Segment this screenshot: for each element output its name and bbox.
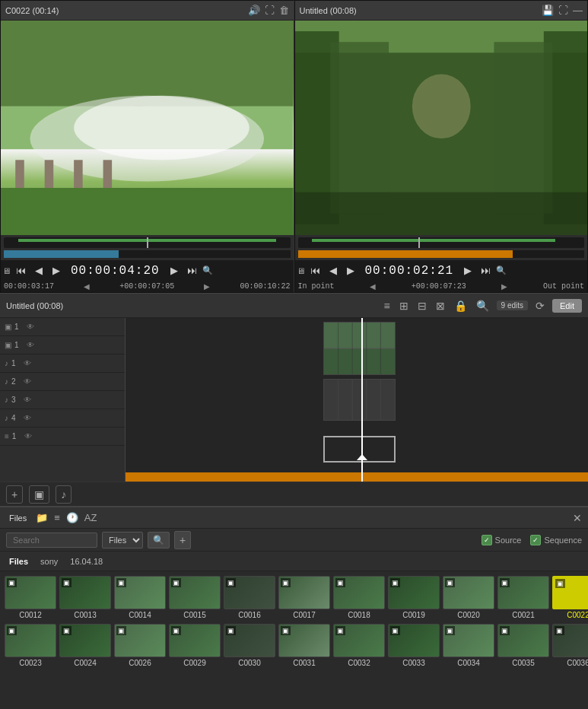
thumb-c0021[interactable]: ▣ C0021 bbox=[497, 576, 549, 619]
track-eye7-icon[interactable]: 👁 bbox=[24, 432, 32, 440]
thumb-label-c0012: C0012 bbox=[19, 611, 41, 619]
right-save-icon[interactable]: 💾 bbox=[542, 5, 554, 16]
track-eye6-icon[interactable]: 👁 bbox=[24, 414, 31, 422]
files-list-icon[interactable]: ≡ bbox=[54, 512, 60, 523]
source-checkbox-label[interactable]: ✓ Source bbox=[482, 535, 522, 545]
thumb-c0020[interactable]: ▣ C0020 bbox=[443, 576, 494, 619]
thumb-c0015[interactable]: ▣ C0015 bbox=[169, 576, 221, 619]
right-delta-time: +00:00:07:23 bbox=[412, 282, 466, 291]
thumb-c0024[interactable]: ▣ C0024 bbox=[59, 624, 111, 667]
tag-date-btn[interactable]: 16.04.18 bbox=[67, 555, 106, 568]
right-prev-frame-btn[interactable]: ◀ bbox=[326, 263, 341, 278]
right-transport-controls: 🖥 ⏮ ◀ ▶ 00:00:02:21 ▶ ⏭ 🔍 bbox=[295, 260, 588, 281]
track-eye2-icon[interactable]: 👁 bbox=[27, 341, 34, 349]
left-play-btn[interactable]: ▶ bbox=[49, 263, 64, 278]
right-controls-bar bbox=[295, 235, 588, 260]
right-monitor-icon: 🖥 bbox=[297, 266, 305, 275]
right-goto-end-btn[interactable]: ⏭ bbox=[478, 263, 494, 278]
search-button[interactable]: 🔍 bbox=[148, 532, 170, 548]
thumb-c0026[interactable]: ▣ C0026 bbox=[114, 624, 166, 667]
left-video-display: ❯ bbox=[1, 21, 294, 235]
thumb-c0018[interactable]: ▣ C0018 bbox=[333, 576, 385, 619]
thumb-icon-c0035: ▣ bbox=[500, 626, 510, 635]
video-clip-1[interactable] bbox=[323, 322, 396, 375]
left-goto-end-btn[interactable]: ⏭ bbox=[184, 263, 200, 278]
thumb-c0030[interactable]: ▣ C0030 bbox=[224, 624, 275, 667]
timeline-tool1-icon[interactable]: ≡ bbox=[382, 298, 391, 313]
search-input[interactable] bbox=[6, 533, 97, 548]
thumb-c0017[interactable]: ▣ C0017 bbox=[278, 576, 330, 619]
files-folder-icon[interactable]: 📁 bbox=[36, 512, 48, 523]
thumb-row-2: ▣ C0023 ▣ C0024 ▣ C0026 ▣ C0029 bbox=[5, 624, 583, 667]
thumb-c0014[interactable]: ▣ C0014 bbox=[114, 576, 166, 619]
tag-sony-btn[interactable]: sony bbox=[37, 555, 61, 568]
left-monitor-icon: 🖥 bbox=[2, 266, 11, 275]
files-clock-icon[interactable]: 🕐 bbox=[66, 512, 78, 523]
thumb-c0029[interactable]: ▣ C0029 bbox=[169, 624, 221, 667]
svg-rect-8 bbox=[1, 188, 294, 235]
thumb-c0032[interactable]: ▣ C0032 bbox=[333, 624, 385, 667]
thumb-c0033[interactable]: ▣ C0033 bbox=[388, 624, 440, 667]
left-next-frame-btn[interactable]: ▶ bbox=[167, 263, 182, 278]
right-fullscreen-icon[interactable]: ⛶ bbox=[558, 5, 568, 16]
left-fullscreen-icon[interactable]: ⛶ bbox=[265, 5, 275, 16]
timeline-zoom-icon[interactable]: 🔍 bbox=[475, 298, 491, 313]
right-next-frame-btn[interactable]: ▶ bbox=[460, 263, 475, 278]
left-panel-icons: 🔊 ⛶ 🗑 bbox=[248, 5, 289, 16]
right-minimize-icon[interactable]: — bbox=[573, 5, 583, 16]
timeline-lock-icon[interactable]: 🔒 bbox=[453, 298, 469, 313]
track-eye-icon[interactable]: 👁 bbox=[27, 323, 34, 331]
track-audio-2: ♪ 2 👁 bbox=[0, 373, 125, 391]
audio-track-btn[interactable]: ♪ bbox=[56, 485, 72, 504]
thumb-c0035[interactable]: ▣ C0035 bbox=[497, 624, 549, 667]
thumb-label-c0013: C0013 bbox=[74, 611, 96, 619]
thumb-c0034[interactable]: ▣ C0034 bbox=[443, 624, 494, 667]
left-zoom-icon[interactable]: 🔍 bbox=[202, 265, 213, 275]
right-goto-start-btn[interactable]: ⏮ bbox=[307, 263, 323, 278]
thumb-c0013[interactable]: ▣ C0013 bbox=[59, 576, 111, 619]
thumb-icon-c0017: ▣ bbox=[281, 578, 291, 587]
thumb-c0019[interactable]: ▣ C0019 bbox=[388, 576, 440, 619]
right-zoom-icon[interactable]: 🔍 bbox=[496, 265, 507, 275]
video-track-btn[interactable]: ▣ bbox=[29, 485, 49, 504]
right-timeline-progress[interactable] bbox=[298, 237, 585, 248]
thumb-img-c0018: ▣ bbox=[333, 576, 385, 609]
left-trash-icon[interactable]: 🗑 bbox=[279, 5, 289, 16]
thumb-c0016[interactable]: ▣ C0016 bbox=[224, 576, 275, 619]
left-volume-icon[interactable]: 🔊 bbox=[248, 5, 260, 16]
tag-files-btn[interactable]: Files bbox=[6, 555, 31, 568]
files-close-btn[interactable]: ✕ bbox=[573, 512, 582, 524]
left-panel-title: C0022 (00:14) bbox=[5, 6, 59, 15]
thumb-img-c0032: ▣ bbox=[333, 624, 385, 657]
left-goto-start-btn[interactable]: ⏮ bbox=[13, 263, 29, 278]
edit-button[interactable]: Edit bbox=[552, 299, 582, 313]
add-button[interactable]: + bbox=[174, 531, 191, 549]
timeline-tool3-icon[interactable]: ⊟ bbox=[416, 298, 428, 313]
add-track-btn[interactable]: + bbox=[6, 485, 23, 504]
files-dropdown[interactable]: Files bbox=[102, 532, 143, 548]
timeline-tool4-icon[interactable]: ⊠ bbox=[434, 298, 447, 313]
thumb-c0022[interactable]: ▣ C0022 bbox=[552, 576, 588, 619]
right-play-btn[interactable]: ▶ bbox=[343, 263, 358, 278]
track-eye4-icon[interactable]: 👁 bbox=[24, 377, 31, 386]
thumb-img-c0022: ▣ bbox=[552, 576, 588, 609]
left-prev-frame-btn[interactable]: ◀ bbox=[31, 263, 46, 278]
files-tab[interactable]: Files bbox=[6, 512, 30, 524]
track-eye3-icon[interactable]: 👁 bbox=[24, 359, 31, 367]
thumb-c0023[interactable]: ▣ C0023 bbox=[5, 624, 56, 667]
left-timeline-progress[interactable] bbox=[4, 237, 291, 248]
left-arrow-left-icon: ◀ bbox=[84, 282, 90, 291]
thumb-img-c0030: ▣ bbox=[224, 624, 275, 657]
timeline-scrollbar[interactable] bbox=[126, 472, 588, 482]
thumb-c0031[interactable]: ▣ C0031 bbox=[278, 624, 330, 667]
left-out-time: 00:00:10:22 bbox=[240, 282, 290, 291]
thumb-label-c0033: C0033 bbox=[402, 659, 424, 667]
timeline-tool2-icon[interactable]: ⊞ bbox=[398, 298, 410, 313]
thumb-c0012[interactable]: ▣ C0012 bbox=[5, 576, 56, 619]
timeline-history-icon[interactable]: ⟳ bbox=[534, 298, 546, 313]
sequence-checkbox-label[interactable]: ✓ Sequence bbox=[530, 535, 582, 545]
files-az-icon[interactable]: AZ bbox=[84, 512, 97, 523]
video-clip-2[interactable] bbox=[323, 379, 396, 421]
thumb-c0036[interactable]: ▣ C0036 bbox=[552, 624, 588, 667]
track-eye5-icon[interactable]: 👁 bbox=[24, 396, 31, 404]
